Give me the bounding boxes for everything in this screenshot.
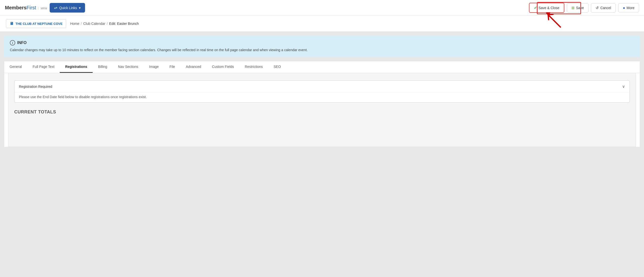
check-icon: ✔ bbox=[534, 6, 537, 10]
save-icon: ⊞ bbox=[572, 6, 575, 10]
quick-links-label: Quick Links bbox=[59, 6, 77, 10]
logo-area: MembersFirst MRM ⇌ Quick Links ▾ bbox=[5, 3, 529, 13]
breadcrumb-sep-2: / bbox=[107, 22, 108, 26]
tab-file[interactable]: File bbox=[164, 61, 181, 73]
registration-help-text: Please use the End Date field below to d… bbox=[14, 92, 630, 102]
mrm-badge: MRM bbox=[38, 7, 47, 10]
tabs-container: General Full Page Text Registrations Bil… bbox=[4, 61, 640, 147]
save-close-button[interactable]: ✔ Save & Close bbox=[529, 3, 564, 13]
more-label: More bbox=[626, 6, 634, 10]
nav-actions: ✔ Save & Close ⊞ Save ↺ Cancel ● More bbox=[529, 3, 639, 13]
breadcrumb-current: Edit: Easter Brunch bbox=[109, 22, 139, 26]
tab-image[interactable]: Image bbox=[144, 61, 164, 73]
more-button[interactable]: ● More bbox=[618, 3, 639, 12]
info-body: Calendar changes may take up to 10 minut… bbox=[10, 48, 634, 53]
chevron-down-icon: ▾ bbox=[79, 6, 80, 10]
club-badge: 🖥 THE CLUB AT NEPTUNE COVE bbox=[6, 19, 66, 28]
breadcrumb-bar: 🖥 THE CLUB AT NEPTUNE COVE Home / Club C… bbox=[0, 16, 644, 32]
tab-registrations[interactable]: Registrations bbox=[60, 61, 92, 73]
info-title: i INFO bbox=[10, 40, 634, 46]
quick-links-button[interactable]: ⇌ Quick Links ▾ bbox=[50, 3, 85, 13]
breadcrumb-club-calendar[interactable]: Club Calendar bbox=[83, 22, 106, 26]
registration-dropdown[interactable]: Registration Required ∨ bbox=[14, 81, 630, 92]
chevron-down-icon: ∨ bbox=[622, 84, 625, 89]
logo-second: First bbox=[26, 5, 36, 10]
breadcrumb-sep-1: / bbox=[81, 22, 82, 26]
save-label: Save bbox=[576, 6, 584, 10]
tab-advanced[interactable]: Advanced bbox=[180, 61, 206, 73]
tab-nav-sections[interactable]: Nav Sections bbox=[112, 61, 144, 73]
save-close-label: Save & Close bbox=[538, 6, 560, 10]
tabs-list: General Full Page Text Registrations Bil… bbox=[4, 61, 640, 73]
link-icon: ⇌ bbox=[54, 6, 57, 10]
content-area: Registration Required ∨ Please use the E… bbox=[8, 73, 636, 147]
tab-restrictions[interactable]: Restrictions bbox=[240, 61, 268, 73]
tab-general[interactable]: General bbox=[4, 61, 27, 73]
breadcrumb-home[interactable]: Home bbox=[70, 22, 79, 26]
info-title-text: INFO bbox=[17, 41, 26, 45]
top-nav: MembersFirst MRM ⇌ Quick Links ▾ ✔ Save … bbox=[0, 0, 644, 16]
tab-seo[interactable]: SEO bbox=[268, 61, 286, 73]
svg-marker-0 bbox=[546, 12, 550, 16]
info-icon: i bbox=[10, 40, 15, 46]
tab-full-page-text[interactable]: Full Page Text bbox=[27, 61, 60, 73]
breadcrumb: Home / Club Calendar / Edit: Easter Brun… bbox=[70, 22, 139, 26]
tab-custom-fields[interactable]: Custom Fields bbox=[206, 61, 239, 73]
logo-first: Members bbox=[5, 5, 26, 10]
monitor-icon: 🖥 bbox=[10, 22, 14, 26]
tab-billing[interactable]: Billing bbox=[93, 61, 112, 73]
logo: MembersFirst MRM bbox=[5, 5, 47, 11]
cancel-label: Cancel bbox=[600, 6, 611, 10]
registration-dropdown-wrapper: Registration Required ∨ Please use the E… bbox=[14, 80, 630, 103]
more-icon: ● bbox=[623, 6, 625, 10]
registration-dropdown-label: Registration Required bbox=[19, 85, 52, 89]
info-banner: i INFO Calendar changes may take up to 1… bbox=[4, 36, 640, 57]
save-button[interactable]: ⊞ Save bbox=[567, 3, 589, 13]
current-totals-heading: CURRENT TOTALS bbox=[14, 109, 630, 115]
cancel-button[interactable]: ↺ Cancel bbox=[591, 3, 616, 13]
club-name: THE CLUB AT NEPTUNE COVE bbox=[16, 22, 62, 26]
cancel-icon: ↺ bbox=[596, 6, 599, 10]
